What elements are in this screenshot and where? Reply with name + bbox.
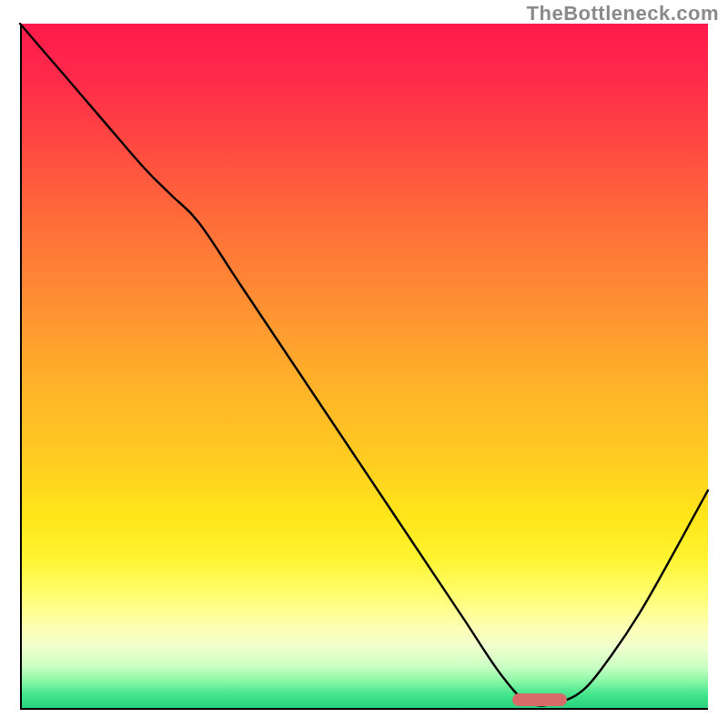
optimal-range-marker: [512, 693, 567, 706]
bottleneck-curve: [20, 24, 708, 706]
chart-container: TheBottleneck.com: [0, 0, 728, 728]
plot-area: [20, 24, 708, 710]
chart-svg: [20, 24, 708, 710]
watermark-text: TheBottleneck.com: [527, 2, 719, 25]
